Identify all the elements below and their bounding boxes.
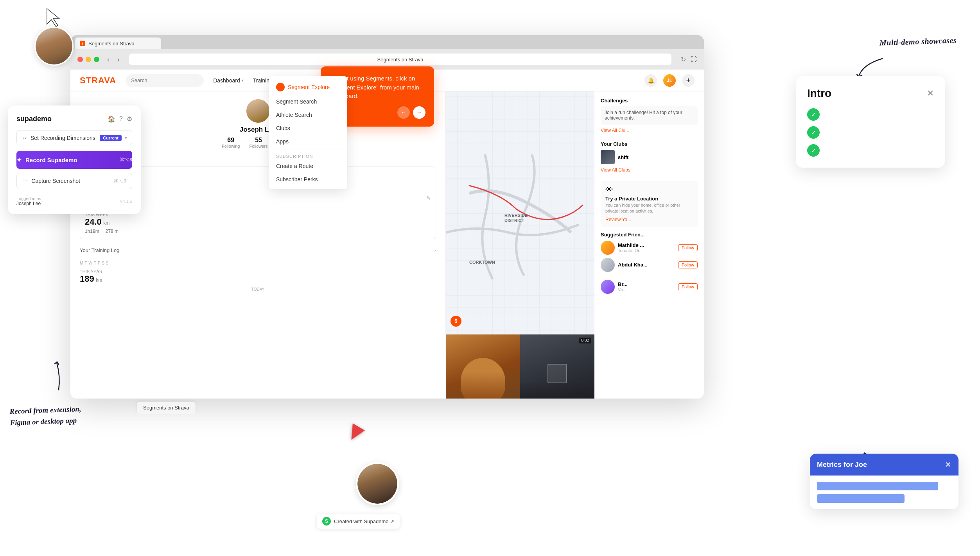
intro-checklist: ✓ ✓ ✓ [807,108,934,157]
record-supademo-button[interactable]: ✦ Record Supademo ⌘⌥8 [16,151,132,169]
dropdown-subscriber-perks[interactable]: Subscriber Perks [269,173,347,186]
browser-bottom-tab: Segments on Strava [137,402,196,414]
url-text: Segments on Strava [377,57,424,63]
dropdown-segment-search[interactable]: Segment Search [269,95,347,108]
expand-button[interactable]: ⛶ [691,56,697,63]
friend-name-br: Br... [618,281,628,287]
map-photos: ♥ 1 kudos 0:02 [446,334,594,399]
maximize-dot[interactable] [94,57,99,62]
challenge-text: Join a run challenge! Hit a top of your … [605,110,694,121]
friend-avatar-mathilde [601,241,615,255]
reload-button[interactable]: ↻ [681,56,686,63]
review-link[interactable]: Review Yo... [605,217,693,222]
check-row-3: ✓ [807,144,934,157]
challenges-section: Challenges Join a run challenge! Hit a t… [601,98,698,133]
supademo-version: V4.1.5 [120,199,132,204]
minimize-dot[interactable] [86,57,91,62]
dropdown-segment-explore[interactable]: Segment Explore [269,79,347,95]
clubs-section: Your Clubs shift View All Clubs [601,141,698,173]
credit-text: Created with Supademo ↗ [334,518,394,524]
training-log[interactable]: Your Training Log › [80,244,436,256]
club-name: shift [618,154,628,160]
dropdown-athlete-search[interactable]: Athlete Search [269,108,347,122]
svg-text:CORKTOWN: CORKTOWN [469,260,495,265]
dropdown-clubs[interactable]: Clubs [269,122,347,135]
private-eye-icon: 👁 [605,185,693,194]
user-avatar [246,99,270,123]
svg-text:DISTRICT: DISTRICT [504,218,524,223]
url-bar[interactable]: Segments on Strava [129,54,671,65]
browser-tab[interactable]: S Segments on Strava [75,38,161,49]
dims-label: Set Recording Dimensions [31,135,97,141]
supademo-logo: supademo [16,115,52,123]
private-title: Try a Private Location [605,196,693,202]
recording-dims-control[interactable]: ↔ Set Recording Dimensions Current ▾ [16,130,132,145]
tooltip-next-btn[interactable]: → [413,106,425,119]
record-annotation-line2: Figma or desktop app [10,415,82,428]
view-all-challenges[interactable]: View All Clu... [601,128,698,133]
check-row-2: ✓ [807,126,934,139]
view-all-clubs-link[interactable]: View All Clubs [601,167,698,173]
tooltip-nav: ← → [397,106,425,119]
edit-icon[interactable]: ✎ [426,195,431,208]
three-dots-icon: ··· [22,177,27,184]
dropdown-divider [269,150,347,150]
annotation-multidemo: Multi-demo showcases [879,36,957,48]
notification-bell[interactable]: 🔔 [644,74,657,87]
strava-search[interactable] [126,74,204,87]
challenges-title: Challenges [601,98,628,104]
metrics-close-button[interactable]: ✕ [945,460,951,469]
metrics-bar-1 [817,482,938,490]
help-icon[interactable]: ? [119,115,123,123]
follow-button-abdul[interactable]: Follow [678,261,698,268]
video-duration: 0:02 [579,338,591,343]
supademo-credit[interactable]: S Created with Supademo ↗ [317,514,400,529]
screenshot-label: Capture Screenshot [31,178,80,184]
nav-user-avatar[interactable]: JL [663,74,676,87]
this-week-stats: THIS WEEK 24.0 km 1h19m 278 m [85,212,431,234]
dims-icon: ↔ [22,134,27,141]
dropdown-apps[interactable]: Apps [269,135,347,148]
friend-avatar-abdul [601,258,615,272]
home-icon[interactable]: 🏠 [108,115,115,123]
supademo-extension: supademo 🏠 ? ⚙ ↔ Set Recording Dimension… [8,105,141,214]
checkmark-2: ✓ [807,126,820,139]
capture-screenshot-button[interactable]: ··· Capture Screenshot ⌘⌥9 [16,173,132,189]
screenshot-shortcut: ⌘⌥9 [113,178,126,184]
back-button[interactable]: ‹ [107,55,109,64]
follow-button-br[interactable]: Follow [678,283,698,290]
challenge-card: Join a run challenge! Hit a top of your … [601,106,698,125]
forward-button[interactable]: › [117,55,120,64]
friend-name-mathilde: Mathilde ... [618,242,644,248]
checkmark-1: ✓ [807,108,820,121]
supademo-header: supademo 🏠 ? ⚙ [16,115,132,123]
dropdown-create-route[interactable]: Create a Route [269,159,347,173]
try-private-section: 👁 Try a Private Location You can hide yo… [601,181,698,227]
private-desc: You can hide your home, office or other … [605,202,693,215]
nav-add-button[interactable]: + [682,74,695,87]
metrics-header: Metrics for Joe ✕ [810,454,958,476]
tab-title: Segments on Strava [88,41,135,46]
bottom-tab-title: Segments on Strava [143,405,189,411]
supademo-footer: Logged in as Joseph Lee V4.1.5 [16,196,132,206]
logged-in-label: Logged in as [16,196,41,201]
friend-br: Br... Va... Follow [601,280,698,294]
explore-dropdown: Segment Explore Segment Search Athlete S… [269,76,347,189]
intro-close-button[interactable]: ✕ [927,88,934,98]
suggested-friends-section: Suggested Frien... Mathilde ... Toronto,… [601,232,698,272]
dims-chevron-icon: ▾ [125,135,127,141]
strava-logo: STRAVA [80,75,116,86]
browser-tab-bar: S Segments on Strava [70,35,704,49]
logged-in-name: Joseph Lee [16,201,41,206]
close-dot[interactable] [77,57,83,62]
strava-body: Joseph Lee 69 Following 55 Followers 145 [70,91,704,399]
dashboard-chevron: ▾ [242,78,244,82]
nav-right: 🔔 JL + [644,74,695,87]
checkmark-3: ✓ [807,144,820,157]
nav-dashboard[interactable]: Dashboard ▾ [213,77,244,84]
strava-sidebar: Challenges Join a run challenge! Hit a t… [594,91,704,399]
supademo-header-icons: 🏠 ? ⚙ [108,115,132,123]
tooltip-prev-btn[interactable]: ← [397,106,410,119]
settings-icon[interactable]: ⚙ [127,115,132,123]
follow-button-mathilde[interactable]: Follow [678,244,698,251]
